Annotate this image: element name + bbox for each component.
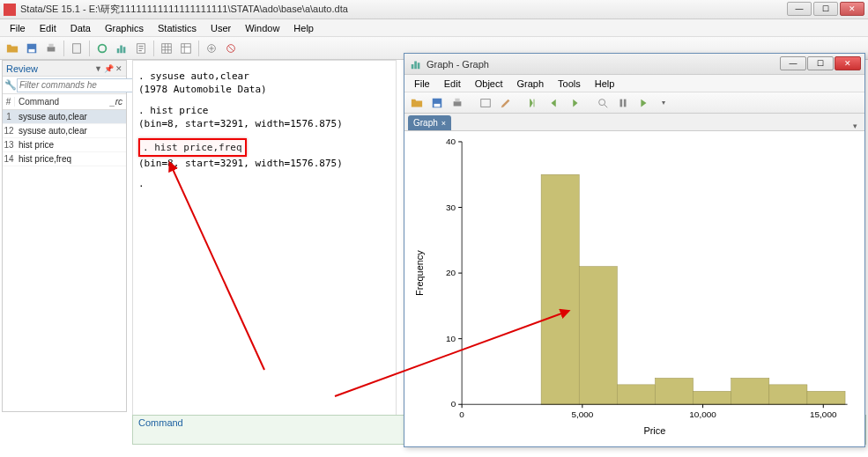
review-columns: # Command _rc <box>3 94 126 110</box>
minimize-button[interactable]: — <box>787 2 812 16</box>
open-icon[interactable] <box>4 40 21 57</box>
graph-titlebar[interactable]: Graph - Graph — ☐ ✕ <box>404 54 864 75</box>
histogram-chart: 01020304005,00010,00015,000PriceFrequenc… <box>410 135 859 441</box>
histogram-bar <box>694 391 731 404</box>
graph-zoom-icon[interactable] <box>594 94 612 112</box>
menu-statistics[interactable]: Statistics <box>152 21 203 35</box>
menu-data[interactable]: Data <box>64 21 97 35</box>
break-icon[interactable] <box>222 40 240 57</box>
graph-play-start-icon[interactable] <box>525 94 543 112</box>
review-row[interactable]: 14hist price,freq <box>3 152 126 166</box>
results-prompt: . <box>138 177 390 190</box>
app-icon <box>4 4 16 16</box>
x-tick-label: 10,000 <box>689 409 716 419</box>
graph-menu-tools[interactable]: Tools <box>552 77 587 91</box>
graph-print-icon[interactable] <box>449 94 466 112</box>
graph-menu-edit[interactable]: Edit <box>438 77 467 91</box>
results-line: (1978 Automobile Data) <box>138 83 390 96</box>
review-row[interactable]: 12sysuse auto,clear <box>3 124 126 138</box>
svg-point-22 <box>599 99 605 105</box>
graph-window: Graph - Graph — ☐ ✕ FileEditObjectGraphT… <box>404 53 865 447</box>
review-row[interactable]: 13hist price <box>3 138 126 152</box>
review-row-cmd: hist price,freq <box>15 154 126 164</box>
menu-user[interactable]: User <box>204 21 237 35</box>
histogram-bar <box>807 391 845 404</box>
viewer-icon[interactable] <box>93 40 111 57</box>
review-col-rc[interactable]: _rc <box>107 97 126 107</box>
graph-window-title: Graph - Graph <box>427 59 489 70</box>
dofile-icon[interactable] <box>132 40 150 57</box>
graph-menu-object[interactable]: Object <box>469 77 509 91</box>
svg-rect-15 <box>414 61 417 69</box>
review-filter-toggle-icon[interactable]: ▼ <box>94 64 102 73</box>
review-col-num: # <box>3 97 15 107</box>
graph-tab-strip: Graph × ▾ <box>404 114 864 131</box>
histogram-bar <box>617 385 655 404</box>
graph-rename-icon[interactable] <box>477 94 494 112</box>
svg-rect-4 <box>73 43 81 53</box>
more-icon[interactable] <box>203 40 220 57</box>
menu-file[interactable]: File <box>4 21 32 35</box>
svg-rect-1 <box>29 48 35 52</box>
log-icon[interactable] <box>68 40 85 57</box>
menu-help[interactable]: Help <box>287 21 320 35</box>
graph-pause-icon[interactable] <box>614 94 632 112</box>
svg-rect-11 <box>182 43 191 53</box>
window-title: Stata/SE 15.1 - E:\研究1111111111111111111… <box>20 3 348 16</box>
graph-edit-icon[interactable] <box>497 94 515 112</box>
y-tick-label: 20 <box>446 268 456 277</box>
graph-menu-file[interactable]: File <box>408 77 436 91</box>
graph-menu-graph[interactable]: Graph <box>511 77 551 91</box>
graph-menubar: FileEditObjectGraphToolsHelp <box>404 75 864 92</box>
results-line: (bin=8, start=3291, width=1576.875) <box>138 117 390 130</box>
graph-maximize-button[interactable]: ☐ <box>807 56 834 70</box>
graph-save-icon[interactable] <box>428 94 446 112</box>
review-row-cmd: sysuse auto,clear <box>15 112 126 122</box>
graph-prev-icon[interactable] <box>545 94 563 112</box>
graph-menu-help[interactable]: Help <box>589 77 621 91</box>
data-editor-icon[interactable] <box>158 40 175 57</box>
main-titlebar: Stata/SE 15.1 - E:\研究1111111111111111111… <box>0 0 868 19</box>
graph-open-icon[interactable] <box>408 94 426 112</box>
svg-point-5 <box>99 44 107 52</box>
menu-edit[interactable]: Edit <box>33 21 63 35</box>
svg-rect-21 <box>481 99 491 107</box>
data-browser-icon[interactable] <box>177 40 195 57</box>
main-menubar: FileEditDataGraphicsStatisticsUserWindow… <box>0 19 868 37</box>
histogram-bar <box>655 378 693 404</box>
graph-tab-close-icon[interactable]: × <box>441 119 446 128</box>
svg-rect-14 <box>412 64 414 69</box>
graph-minimize-button[interactable]: — <box>780 56 806 70</box>
results-line: (bin=8, start=3291, width=1576.875) <box>138 157 390 170</box>
highlighted-cmd: . hist price,freq <box>138 138 247 157</box>
review-row[interactable]: 1sysuse auto,clear <box>3 110 126 124</box>
review-col-command[interactable]: Command <box>15 97 107 107</box>
review-pin-icon[interactable]: 📌 <box>104 64 114 73</box>
graph-dropdown-icon[interactable]: ▾ <box>655 94 672 112</box>
wrench-icon[interactable]: 🔧 <box>4 78 17 92</box>
svg-rect-8 <box>123 47 126 53</box>
histogram-bar <box>579 267 617 405</box>
graph-play-icon[interactable] <box>634 94 652 112</box>
graph-toolbar: ▾ <box>404 92 864 114</box>
graph-close-button[interactable]: ✕ <box>835 56 861 70</box>
graph-tab-menu-icon[interactable]: ▾ <box>853 122 857 130</box>
menu-graphics[interactable]: Graphics <box>99 21 150 35</box>
maximize-button[interactable]: ☐ <box>813 2 838 16</box>
x-tick-label: 0 <box>459 409 464 419</box>
graph-canvas: 01020304005,00010,00015,000PriceFrequenc… <box>410 135 859 441</box>
graph-icon[interactable] <box>113 40 130 57</box>
graph-next-icon[interactable] <box>566 94 583 112</box>
save-icon[interactable] <box>23 40 41 57</box>
menu-window[interactable]: Window <box>239 21 286 35</box>
y-tick-label: 10 <box>446 334 456 343</box>
review-close-icon[interactable]: ✕ <box>115 64 122 73</box>
close-button[interactable]: ✕ <box>840 2 864 16</box>
y-tick-label: 30 <box>446 203 456 212</box>
graph-tab[interactable]: Graph × <box>408 115 451 130</box>
svg-rect-24 <box>624 99 627 107</box>
svg-rect-6 <box>117 48 120 53</box>
review-filter-input[interactable] <box>17 78 134 92</box>
histogram-bar <box>731 378 769 404</box>
print-icon[interactable] <box>42 40 60 57</box>
